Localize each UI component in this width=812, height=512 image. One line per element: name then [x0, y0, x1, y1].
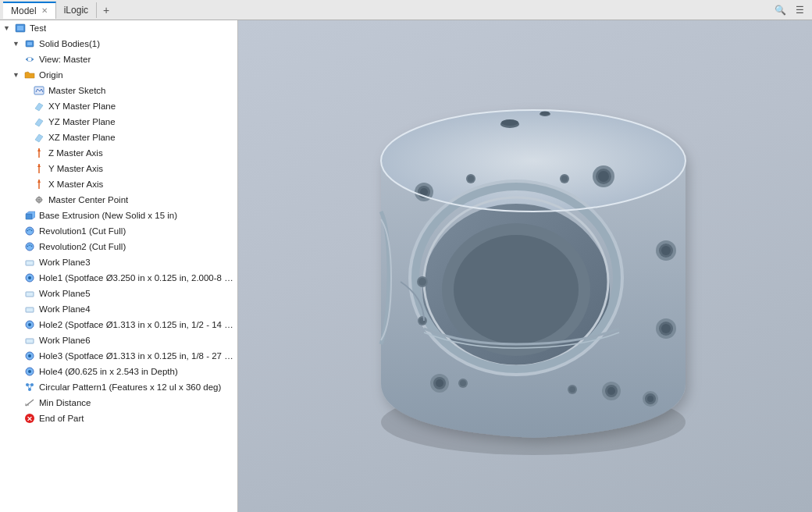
tree-item-z-axis[interactable]: Z Master Axis	[0, 145, 237, 161]
tab-bar: Model ✕ iLogic + 🔍 ☰	[0, 0, 812, 20]
icon-origin	[23, 69, 36, 81]
icon-yz-plane	[33, 116, 45, 128]
icon-z-axis	[33, 147, 45, 159]
tab-ilogic-label: iLogic	[64, 5, 88, 16]
part-3d-view	[268, 40, 783, 492]
label-master-sketch: Master Sketch	[48, 86, 106, 95]
tree-item-view-master[interactable]: View: Master	[0, 52, 237, 67]
svg-rect-16	[26, 214, 32, 219]
tree-item-center-point[interactable]: Master Center Point	[0, 192, 237, 208]
tree-item-origin[interactable]: ▼Origin	[0, 67, 237, 83]
tree-item-work-plane4[interactable]: Work Plane4	[0, 301, 237, 317]
tree-item-work-plane6[interactable]: Work Plane6	[0, 332, 237, 348]
label-work-plane4: Work Plane4	[39, 304, 91, 314]
label-end-of-part: End of Part	[39, 414, 84, 423]
svg-point-50	[540, 112, 550, 116]
tree-item-circular-pattern[interactable]: Circular Pattern1 (Features x 12 ul x 36…	[0, 379, 237, 395]
svg-point-84	[569, 386, 575, 393]
tab-model-close[interactable]: ✕	[41, 6, 48, 15]
svg-marker-7	[37, 148, 41, 151]
label-work-plane5: Work Plane5	[39, 289, 91, 298]
tab-search-button[interactable]: 🔍	[770, 3, 791, 17]
part-container	[238, 20, 812, 512]
tab-model-label: Model	[11, 5, 37, 16]
label-center-point: Master Center Point	[48, 195, 128, 204]
svg-point-78	[418, 278, 426, 286]
svg-rect-26	[26, 339, 34, 343]
icon-revolution2	[23, 240, 36, 253]
tree-root[interactable]: ▼ Test	[0, 20, 237, 36]
icon-xz-plane	[33, 131, 45, 144]
label-revolution2: Revolution2 (Cut Full)	[39, 242, 126, 251]
tab-model[interactable]: Model ✕	[3, 2, 56, 19]
tree-item-hole2[interactable]: Hole2 (Spotface Ø1.313 in x 0.125 in, 1/…	[0, 317, 237, 332]
tree-item-xy-plane[interactable]: XY Master Plane	[0, 98, 237, 114]
label-x-axis: X Master Axis	[48, 180, 103, 189]
label-work-plane3: Work Plane3	[39, 258, 91, 267]
svg-point-25	[28, 323, 31, 326]
icon-master-sketch	[33, 84, 45, 97]
icon-revolution1	[23, 225, 36, 237]
svg-point-71	[647, 396, 654, 402]
tree-item-end-of-part[interactable]: ✕End of Part	[0, 411, 237, 426]
tree-item-revolution2[interactable]: Revolution2 (Cut Full)	[0, 239, 237, 254]
tree-item-base-extrusion[interactable]: Base Extrusion (New Solid x 15 in)	[0, 208, 237, 223]
label-origin: Origin	[39, 70, 63, 80]
tab-ilogic[interactable]: iLogic	[56, 2, 97, 18]
svg-point-15	[38, 199, 41, 201]
label-z-axis: Z Master Axis	[48, 148, 103, 158]
toggle-origin[interactable]: ▼	[12, 71, 22, 79]
icon-work-plane5	[23, 287, 36, 300]
icon-circular-pattern	[23, 381, 36, 393]
svg-point-44	[454, 235, 579, 344]
icon-view-master	[23, 53, 36, 66]
svg-point-76	[468, 176, 474, 182]
tree-item-solid-bodies[interactable]: ▼Solid Bodies(1)	[0, 36, 237, 52]
tree-item-y-axis[interactable]: Y Master Axis	[0, 161, 237, 176]
label-solid-bodies: Solid Bodies(1)	[39, 39, 100, 48]
svg-rect-22	[26, 292, 34, 297]
label-work-plane6: Work Plane6	[39, 336, 91, 345]
tree-item-x-axis[interactable]: X Master Axis	[0, 176, 237, 192]
svg-point-82	[460, 380, 466, 386]
main-area: ▼ Test ▼Solid Bodies(1)View: Master▼Orig…	[0, 20, 812, 512]
icon-hole4	[23, 365, 36, 378]
tree-item-min-distance[interactable]: Min Distance	[0, 395, 237, 411]
label-view-master: View: Master	[39, 55, 91, 64]
tree-container: ▼Solid Bodies(1)View: Master▼OriginMaste…	[0, 36, 237, 426]
svg-point-28	[28, 354, 31, 357]
label-revolution1: Revolution1 (Cut Full)	[39, 226, 126, 236]
svg-marker-9	[37, 164, 41, 167]
tree-item-revolution1[interactable]: Revolution1 (Cut Full)	[0, 223, 237, 239]
svg-point-62	[661, 324, 671, 333]
tree-item-hole3[interactable]: Hole3 (Spotface Ø1.313 in x 0.125 in, 1/…	[0, 348, 237, 364]
label-min-distance: Min Distance	[39, 398, 91, 407]
svg-point-65	[607, 387, 615, 395]
svg-point-4	[28, 58, 32, 62]
tree-item-hole1[interactable]: Hole1 (Spotface Ø3.250 in x 0.125 in, 2.…	[0, 270, 237, 286]
viewport[interactable]	[238, 20, 812, 512]
tree-item-hole4[interactable]: Hole4 (Ø0.625 in x 2.543 in Depth)	[0, 364, 237, 379]
icon-x-axis	[33, 178, 45, 190]
tree-item-yz-plane[interactable]: YZ Master Plane	[0, 114, 237, 130]
svg-point-59	[661, 246, 671, 255]
root-icon	[14, 22, 27, 34]
tree-item-work-plane3[interactable]: Work Plane3	[0, 254, 237, 270]
tab-add-button[interactable]: +	[97, 2, 116, 19]
svg-point-30	[28, 370, 31, 373]
icon-work-plane6	[23, 334, 36, 347]
svg-point-18	[26, 243, 34, 251]
tree-item-xz-plane[interactable]: XZ Master Plane	[0, 130, 237, 145]
svg-point-74	[561, 176, 568, 182]
tab-menu-button[interactable]: ☰	[791, 3, 809, 17]
tree-item-master-sketch[interactable]: Master Sketch	[0, 83, 237, 98]
icon-base-extrusion	[23, 209, 36, 222]
tree-item-work-plane5[interactable]: Work Plane5	[0, 286, 237, 301]
label-xy-plane: XY Master Plane	[48, 101, 116, 111]
label-circular-pattern: Circular Pattern1 (Features x 12 ul x 36…	[39, 382, 221, 392]
svg-point-53	[598, 171, 609, 182]
toggle-solid-bodies[interactable]: ▼	[12, 40, 22, 48]
root-toggle[interactable]: ▼	[3, 24, 12, 32]
svg-point-17	[26, 227, 34, 235]
svg-rect-23	[26, 308, 34, 312]
